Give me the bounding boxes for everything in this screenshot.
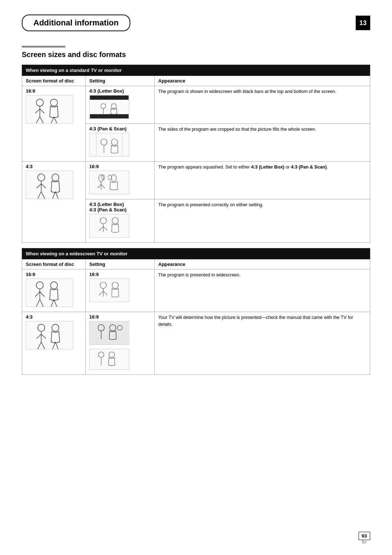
svg-line-48 [51,300,54,307]
setting-image-squashed [89,171,151,195]
disc-format-label: 16:9 [26,88,82,94]
col3-header-wide: Appearance [155,259,370,270]
disc-image-169 [26,95,82,125]
svg-point-55 [38,324,45,331]
svg-line-3 [40,109,45,113]
appearance-squashed: The program appears squashed. Set to eit… [155,162,370,199]
table-row: 4:3 16:9 [22,162,370,199]
widescreen-tv-table: When viewing on a widescreen TV or monit… [22,248,370,375]
col1-header-wide: Screen format of disc [22,259,86,270]
svg-point-20 [38,174,45,181]
svg-line-52 [99,291,103,295]
svg-point-26 [52,174,59,181]
svg-line-2 [35,109,40,113]
widescreen-tv-header-row: When viewing on a widescreen TV or monit… [22,248,370,259]
chapter-number: 13 [356,16,370,30]
standard-tv-table: When viewing on a standard TV or monitor… [22,65,370,243]
svg-line-34 [101,185,105,188]
svg-point-36 [100,218,106,224]
svg-point-71 [109,352,114,357]
setting-169-43disc: 16:9 [86,312,155,375]
section-bar [22,46,65,48]
col2-header-wide: Setting [86,259,155,270]
setting-letterbox: 4:3 (Letter Box) [86,86,155,124]
setting-image-widescreen-ok [89,279,151,303]
svg-point-61 [52,324,59,331]
svg-line-25 [41,192,45,199]
svg-line-60 [41,342,45,349]
svg-point-50 [100,282,106,288]
setting-image-correct [89,214,151,239]
svg-line-59 [38,342,41,349]
svg-point-29 [102,175,105,180]
setting-image-tv-determine-2 [89,349,151,371]
page-title: Additional information [22,15,130,31]
disc-image-43-wide [26,321,82,351]
svg-rect-64 [90,321,129,344]
disc-format-43-wide: 4:3 [22,312,86,375]
col3-header: Appearance [155,76,370,86]
svg-rect-10 [90,114,129,118]
disc-format-43: 4:3 [22,162,86,243]
standard-tv-header: When viewing on a standard TV or monitor [22,65,370,76]
svg-rect-14 [90,133,129,156]
svg-line-46 [40,300,44,307]
svg-line-4 [36,117,40,123]
page-footer: 93 En [359,532,370,544]
svg-point-69 [98,352,104,357]
svg-point-30 [108,175,111,180]
appearance-panscan: The sides of the program are cropped so … [155,124,370,162]
page-header: Additional information 13 [22,15,370,31]
column-header-row: Screen format of disc Setting Appearance [22,76,370,86]
footer-lang: En [359,540,370,544]
footer-page-number: 93 [359,532,370,540]
svg-point-40 [112,218,118,224]
svg-point-11 [101,104,106,109]
col2-header: Setting [86,76,155,86]
svg-point-54 [112,282,118,288]
table-row: 16:9 4:3 (L [22,86,370,124]
appearance-tv-determine: Your TV will determine how the picture i… [155,312,370,375]
table-row: 4:3 16:9 [22,312,370,375]
appearance-widescreen: The program is presented in widescreen. [155,270,370,312]
svg-line-5 [40,117,44,123]
disc-format-169-wide: 16:9 [22,270,86,312]
svg-line-58 [41,334,46,339]
disc-format-43-label: 4:3 [26,164,82,169]
disc-image-43 [26,171,82,200]
appearance-correct: The program is presented correctly on ei… [155,199,370,243]
svg-line-38 [99,227,103,231]
svg-line-53 [103,291,108,295]
col1-header: Screen format of disc [22,76,86,86]
svg-line-63 [56,342,58,349]
svg-point-35 [111,175,117,182]
svg-line-22 [37,184,41,188]
svg-line-45 [36,300,40,307]
svg-point-41 [36,282,43,289]
svg-line-24 [38,192,41,199]
svg-line-23 [41,184,46,188]
setting-image-panscan [89,133,151,158]
widescreen-tv-header: When viewing on a widescreen TV or monit… [22,248,370,259]
svg-line-49 [54,300,57,307]
disc-format-169: 16:9 [22,86,86,162]
svg-rect-9 [90,96,129,100]
svg-line-27 [53,192,56,199]
table-row: 16:9 16:9 [22,270,370,312]
setting-169-wide: 16:9 [86,270,155,312]
disc-image-169-wide [26,279,82,308]
svg-point-13 [111,104,117,109]
svg-line-43 [35,292,40,297]
setting-image-letterbox [89,95,151,120]
svg-line-44 [40,292,45,297]
setting-image-tv-determine [89,321,151,347]
svg-line-39 [103,227,108,231]
svg-line-28 [56,192,58,199]
svg-point-0 [36,99,43,106]
svg-line-57 [37,334,41,339]
setting-43both: 4:3 (Letter Box) 4:3 (Pan & Scan) [86,199,155,243]
svg-line-62 [53,342,56,349]
setting-panscan: 4:3 (Pan & Scan) [86,124,155,162]
svg-point-6 [50,99,57,106]
section-title: Screen sizes and disc formats [22,50,370,59]
